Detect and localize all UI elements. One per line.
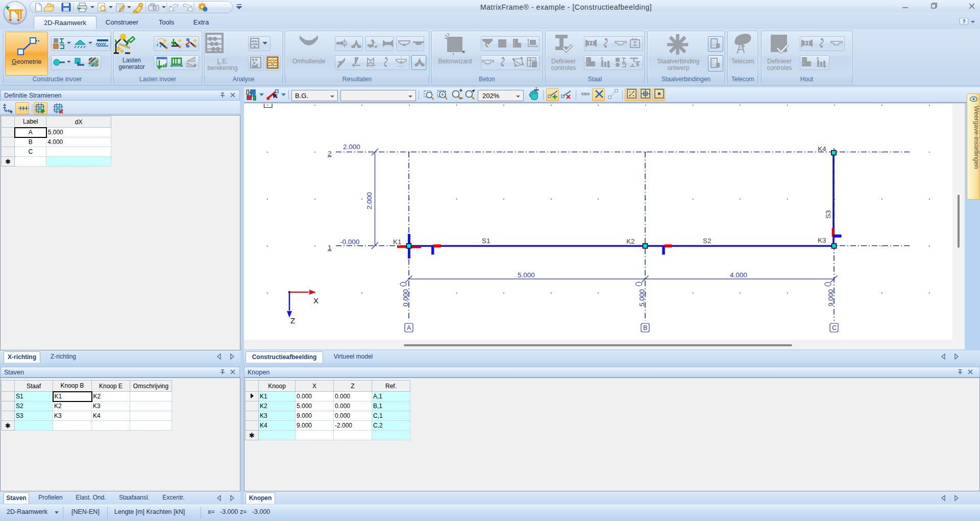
svg-text:K2: K2 [626,238,635,245]
svg-text:S3: S3 [824,210,832,219]
svg-text:9.000: 9.000 [827,289,835,306]
svg-text:Z: Z [290,316,295,325]
svg-text:0.000: 0.000 [402,289,409,306]
svg-text:2.000: 2.000 [365,192,373,209]
svg-text:K3: K3 [818,236,826,244]
svg-text:K4: K4 [818,145,826,153]
svg-text:X: X [313,296,318,305]
svg-text:K1: K1 [393,238,402,246]
svg-text:2.000: 2.000 [343,143,360,151]
svg-text:?: ? [270,57,276,68]
svg-text:2: 2 [328,150,332,157]
svg-text:-0.000: -0.000 [340,238,359,246]
svg-text:S2: S2 [703,237,712,245]
svg-text:4.000: 4.000 [730,271,747,279]
svg-text:A: A [407,324,411,331]
svg-text:1: 1 [328,244,332,251]
svg-text:S1: S1 [482,237,491,245]
svg-text:B: B [643,324,647,331]
svg-text:5.000: 5.000 [518,271,535,279]
svg-text:C: C [832,324,837,331]
svg-text:5.000: 5.000 [638,289,646,306]
